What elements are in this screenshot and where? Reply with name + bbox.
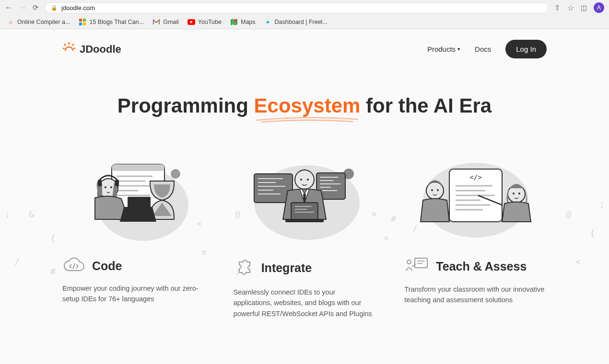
underline-decoration [254,116,361,124]
svg-text:</>: </> [469,173,481,181]
svg-rect-24 [98,180,102,186]
svg-point-22 [110,186,112,188]
panel-icon[interactable]: ◫ [581,4,587,11]
svg-rect-44 [291,203,318,219]
feature-teach-assess: </> [404,155,547,319]
integrate-illustration [234,155,376,241]
svg-rect-48 [285,219,324,222]
svg-point-60 [437,189,439,191]
star-icon[interactable]: ☆ [567,3,574,12]
back-button[interactable]: ← [5,3,12,12]
chevron-down-icon: ▾ [457,46,460,52]
forward-button[interactable]: → [19,3,27,12]
gmail-icon [152,18,160,26]
svg-point-59 [431,189,433,191]
svg-rect-66 [415,258,427,268]
page-content: JDoodle Products ▾ Docs Log In Programmi… [0,29,609,364]
brand-logo[interactable]: JDoodle [62,41,121,57]
svg-point-12 [171,169,180,179]
svg-rect-3 [83,23,86,25]
login-button[interactable]: Log In [505,40,547,58]
svg-point-5 [234,19,237,22]
svg-rect-14 [112,164,164,171]
sun-icon [62,41,76,57]
maps-icon [230,18,238,26]
svg-rect-25 [115,180,119,186]
cloud-code-icon [62,256,85,275]
bookmark-icon: ☼ [7,18,14,26]
youtube-icon [187,18,195,26]
features-row: Code Empower your coding journey with ou… [0,155,609,319]
browser-toolbar: ← → ⟳ 🔒 jdoodle.com ⇧ ☆ ◫ A [0,0,609,15]
nav-docs[interactable]: Docs [475,45,491,53]
svg-point-21 [105,186,106,188]
bookmark-icon: ✦ [264,18,272,26]
refresh-button[interactable]: ⟳ [33,3,39,12]
lock-icon: 🔒 [51,5,58,11]
svg-point-42 [300,179,302,181]
url-text: jdoodle.com [61,4,95,11]
svg-rect-23 [128,197,151,210]
feature-desc: Empower your coding journey with our zer… [62,283,205,305]
svg-point-62 [513,193,515,194]
svg-point-43 [307,179,309,181]
bookmark-15-blogs[interactable]: 15 Blogs That Can... [79,18,144,26]
svg-line-8 [72,44,74,46]
bookmark-gmail[interactable]: Gmail [152,18,179,26]
svg-point-41 [295,170,314,189]
profile-avatar[interactable]: A [594,2,604,13]
feature-title: Teach & Assess [436,260,527,273]
bookmark-maps[interactable]: Maps [230,18,256,26]
nav-products[interactable]: Products ▾ [427,45,460,53]
site-navbar: JDoodle Products ▾ Docs Log In [0,29,609,63]
browser-chrome: ← → ⟳ 🔒 jdoodle.com ⇧ ☆ ◫ A ☼ Online Com… [0,0,609,29]
feature-desc: Transform your classroom with our innova… [404,284,547,306]
feature-code: Code Empower your coding journey with ou… [62,155,205,319]
hero-highlight: Ecosystem [254,94,361,117]
bookmark-online-compiler[interactable]: ☼ Online Compiler a... [7,18,70,26]
svg-line-7 [64,44,66,46]
bookmark-youtube[interactable]: YouTube [187,18,222,26]
svg-rect-1 [83,19,86,22]
code-illustration [62,155,205,241]
puzzle-icon [234,256,255,279]
bookmarks-bar: ☼ Online Compiler a... 15 Blogs That Can… [0,15,609,29]
bookmark-icon [79,18,86,26]
feature-title: Code [92,259,122,273]
share-icon[interactable]: ⇧ [554,3,561,12]
svg-point-65 [407,260,411,264]
feature-title: Integrate [261,261,312,275]
svg-point-63 [518,193,520,194]
teacher-icon [404,256,429,276]
feature-desc: Seamlessly connect IDEs to your applicat… [234,287,376,319]
address-bar[interactable]: 🔒 jdoodle.com [45,2,549,13]
svg-rect-0 [79,19,82,22]
svg-rect-2 [79,23,82,25]
teach-illustration: </> [404,155,547,241]
hero-title: Programming Ecosystem for the AI Era [0,94,609,117]
feature-integrate: Integrate Seamlessly connect IDEs to you… [234,155,376,319]
bookmark-dashboard-freel[interactable]: ✦ Dashboard | Freel... [264,18,328,26]
